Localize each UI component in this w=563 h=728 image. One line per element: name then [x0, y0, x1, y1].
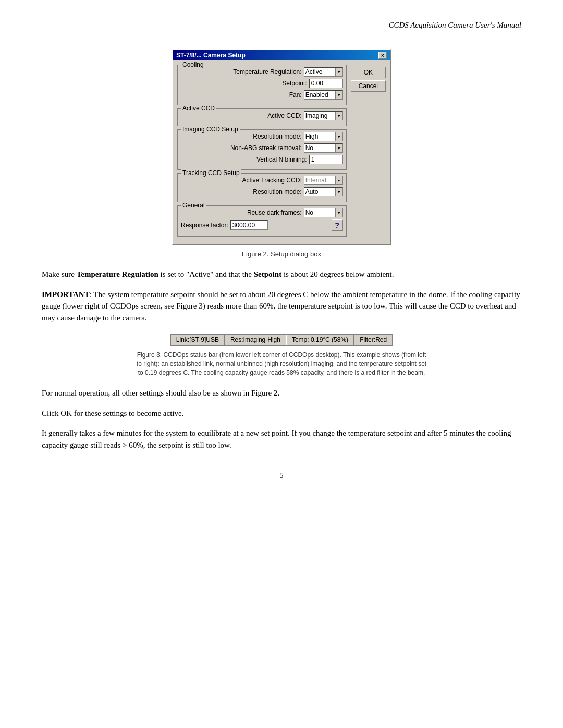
bold-important: IMPORTANT [42, 290, 90, 299]
dialog-left-panel: Cooling Temperature Regulation: Active ▼… [177, 65, 347, 240]
temp-regulation-value: Active [304, 68, 335, 76]
temp-regulation-select[interactable]: Active ▼ [304, 67, 343, 77]
dialog-titlebar: ST-7/8/... Camera Setup × [173, 50, 390, 60]
dialog-close-button[interactable]: × [378, 52, 387, 59]
cooling-group-label: Cooling [181, 61, 205, 68]
ok-button[interactable]: OK [351, 67, 386, 78]
paragraph4: Click OK for these settings to become ac… [42, 408, 521, 419]
active-ccd-select[interactable]: Imaging ▼ [304, 111, 343, 120]
header-title: CCDS Acquisition Camera User's Manual [388, 21, 521, 29]
dialog-title: ST-7/8/... Camera Setup [176, 52, 246, 59]
reuse-dark-row: Reuse dark frames: No ▼ [181, 208, 343, 217]
tracking-resolution-select[interactable]: Auto ▼ [304, 187, 343, 196]
cooling-group: Cooling Temperature Regulation: Active ▼… [177, 65, 347, 105]
tracking-setup-group: Tracking CCD Setup Active Tracking CCD: … [177, 173, 347, 202]
imaging-setup-group-label: Imaging CCD Setup [181, 126, 240, 133]
reuse-dark-label: Reuse dark frames: [247, 209, 302, 216]
camera-setup-dialog: ST-7/8/... Camera Setup × Cooling Temper… [172, 49, 391, 245]
page-number: 5 [42, 472, 521, 480]
paragraph5: It generally takes a few minutes for the… [42, 427, 521, 451]
active-ccd-row: Active CCD: Imaging ▼ [181, 111, 343, 120]
temp-regulation-row: Temperature Regulation: Active ▼ [181, 67, 343, 77]
paragraph3: For normal operation, all other settings… [42, 387, 521, 399]
vertical-n-row: Vertical N binning: 1 [181, 155, 343, 164]
tracking-resolution-value: Auto [304, 188, 335, 195]
reuse-dark-arrow[interactable]: ▼ [335, 208, 342, 217]
status-bar: Link:[ST-9]USB Res:Imaging-High Temp: 0.… [170, 334, 393, 346]
tracking-setup-group-label: Tracking CCD Setup [181, 169, 241, 177]
active-tracking-arrow[interactable]: ▼ [335, 176, 342, 184]
vertical-n-label: Vertical N binning: [256, 156, 307, 163]
non-abg-label: Non-ABG streak removal: [230, 144, 302, 152]
active-tracking-value: Internal [304, 177, 335, 184]
figure2-caption: Figure 2. Setup dialog box [42, 250, 521, 258]
fan-arrow[interactable]: ▼ [335, 91, 342, 99]
general-group: General Reuse dark frames: No ▼ Response… [177, 205, 347, 237]
dialog-content: Cooling Temperature Regulation: Active ▼… [173, 60, 390, 244]
active-ccd-group: Active CCD Active CCD: Imaging ▼ [177, 108, 347, 126]
temp-regulation-arrow[interactable]: ▼ [335, 68, 342, 76]
tracking-resolution-label: Resolution mode: [253, 188, 301, 195]
figure3-container: Link:[ST-9]USB Res:Imaging-High Temp: 0.… [42, 334, 521, 346]
setpoint-input[interactable]: 0.00 [309, 79, 343, 88]
fan-label: Fan: [289, 91, 302, 98]
response-factor-input[interactable]: 3000.00 [230, 220, 268, 230]
help-button[interactable]: ? [332, 219, 343, 231]
statusbar-filter: Filter:Red [354, 335, 392, 345]
imaging-setup-group: Imaging CCD Setup Resolution mode: High … [177, 129, 347, 170]
reuse-dark-select[interactable]: No ▼ [304, 208, 343, 217]
temp-regulation-label: Temperature Regulation: [233, 68, 301, 76]
fan-row: Fan: Enabled ▼ [181, 90, 343, 100]
non-abg-select[interactable]: No ▼ [304, 143, 343, 153]
resolution-mode-label: Resolution mode: [253, 133, 301, 140]
fan-value: Enabled [304, 91, 335, 98]
active-ccd-group-label: Active CCD [181, 105, 216, 112]
fan-select[interactable]: Enabled ▼ [304, 90, 343, 100]
response-factor-label: Response factor: [181, 221, 228, 229]
non-abg-row: Non-ABG streak removal: No ▼ [181, 143, 343, 153]
setpoint-row: Setpoint: 0.00 [181, 79, 343, 88]
active-ccd-label: Active CCD: [267, 112, 301, 119]
cancel-button[interactable]: Cancel [351, 80, 386, 92]
bold-setpoint: Setpoint [254, 270, 282, 278]
reuse-dark-value: No [304, 209, 335, 216]
page-header: CCDS Acquisition Camera User's Manual [42, 21, 521, 33]
non-abg-arrow[interactable]: ▼ [335, 144, 342, 152]
bold-temp-regulation: Temperature Regulation [77, 270, 158, 278]
statusbar-link: Link:[ST-9]USB [171, 335, 225, 345]
figure3-caption: Figure 3. CCDOps status bar (from lower … [136, 351, 427, 377]
statusbar-res: Res:Imaging-High [225, 335, 286, 345]
tracking-resolution-row: Resolution mode: Auto ▼ [181, 187, 343, 196]
tracking-resolution-arrow[interactable]: ▼ [335, 188, 342, 196]
resolution-mode-select[interactable]: High ▼ [304, 132, 343, 141]
statusbar-temp: Temp: 0.19°C (58%) [286, 335, 354, 345]
resolution-mode-arrow[interactable]: ▼ [335, 132, 342, 141]
active-ccd-arrow[interactable]: ▼ [335, 112, 342, 120]
resolution-mode-value: High [304, 133, 335, 140]
dialog-buttons: OK Cancel [351, 65, 386, 240]
active-tracking-row: Active Tracking CCD: Internal ▼ [181, 176, 343, 185]
help-button-spacer: ? [326, 219, 343, 231]
paragraph1: Make sure Temperature Regulation is set … [42, 268, 521, 280]
general-group-label: General [181, 202, 206, 209]
setpoint-label: Setpoint: [282, 80, 307, 87]
active-ccd-value: Imaging [304, 112, 335, 119]
active-tracking-label: Active Tracking CCD: [242, 177, 302, 184]
figure2-container: ST-7/8/... Camera Setup × Cooling Temper… [42, 49, 521, 245]
non-abg-value: No [304, 144, 335, 152]
resolution-mode-row: Resolution mode: High ▼ [181, 132, 343, 141]
active-tracking-select[interactable]: Internal ▼ [304, 176, 343, 185]
paragraph2: IMPORTANT: The system temperature setpoi… [42, 289, 521, 324]
response-factor-row: Response factor: 3000.00 ? [181, 219, 343, 231]
vertical-n-input[interactable]: 1 [309, 155, 343, 164]
